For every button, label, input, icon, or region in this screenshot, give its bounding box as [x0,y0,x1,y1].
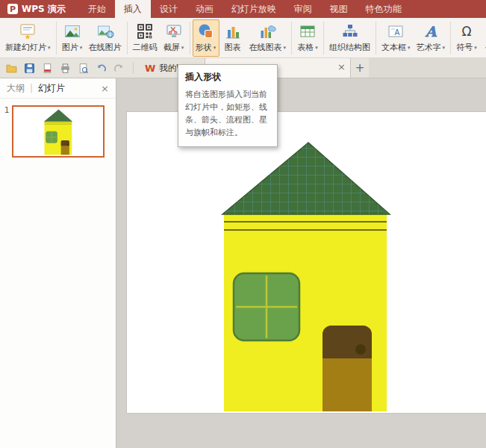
slide-panel-header: 大纲 | 幻灯片 × [0,78,116,99]
ribbon-button-label: 二维码 [133,42,158,53]
ribbon-button-formula[interactable]: π公式 [480,19,486,57]
slide-thumbnail-image [14,108,102,155]
new-slide-icon [19,22,37,40]
ribbon-separator [376,22,376,55]
slide-number: 1 [4,105,9,158]
ribbon-button-label: 图片 [62,42,78,53]
ribbon-button-wordart[interactable]: A艺术字▾ [414,19,449,57]
menu-tab[interactable]: 插入 [115,0,151,18]
shapes-icon [197,22,215,40]
quickbar-separator [133,62,134,74]
wps-w-icon: W [145,63,155,74]
orgchart-icon [341,22,359,40]
chart-icon [224,22,242,40]
qrcode-icon [136,22,154,40]
undo-icon[interactable] [96,63,107,74]
dropdown-caret-icon: ▾ [181,45,184,51]
ribbon-button-picture[interactable]: 图片▾ [59,19,86,57]
ribbon-button-orgchart[interactable]: 组织结构图 [326,19,373,57]
ribbon-separator [291,22,292,55]
menu-tab[interactable]: 开始 [79,0,115,18]
slide-thumbnail[interactable] [12,105,105,158]
dropdown-caret-icon: ▾ [284,45,287,51]
table-icon [299,22,317,40]
wps-logo-icon: P [7,4,18,14]
symbol-icon: Ω [458,22,476,40]
ribbon-button-label: 图表 [225,42,241,53]
ribbon-button-new-slide[interactable]: 新建幻灯片▾ [2,19,54,57]
new-tab-button[interactable]: + [351,58,369,78]
menu-tab[interactable]: 视图 [321,0,357,18]
online-chart-icon [258,22,276,40]
tab-strip [369,58,486,78]
menu-tab[interactable]: 动画 [187,0,222,18]
panel-close-icon[interactable]: × [101,84,109,93]
tooltip-body: 将自选图形插入到当前幻灯片中，如矩形、线条、箭头、流程图、星与旗帜和标注。 [185,88,270,139]
dropdown-caret-icon: ▾ [48,45,51,51]
ribbon-button-label: 组织结构图 [329,42,370,53]
ribbon-button-label: 截屏 [163,42,180,53]
ribbon-button-symbol[interactable]: Ω符号▾ [453,19,480,57]
ribbon-button-table[interactable]: 表格▾ [294,19,321,57]
svg-text:Ω: Ω [462,24,472,39]
dropdown-caret-icon: ▾ [443,45,446,51]
wps-logo: P WPS 演示 [0,0,73,18]
dropdown-caret-icon: ▾ [408,45,411,51]
screenshot-icon [165,22,183,40]
textbox-icon: A [387,22,405,40]
ribbon-button-label: 新建幻灯片 [5,42,46,53]
menu-tab[interactable]: 幻灯片放映 [222,0,285,18]
print-icon[interactable] [60,63,71,74]
export-icon[interactable] [42,63,53,74]
tooltip-title: 插入形状 [185,71,270,84]
ribbon-button-label: 艺术字 [417,42,441,53]
svg-text:A: A [395,28,400,37]
ribbon-button-chart[interactable]: 图表 [219,19,246,57]
editing-canvas [117,78,486,448]
open-folder-icon[interactable] [6,63,17,74]
ribbon-separator [127,22,128,55]
tab-slides[interactable]: 幻灯片 [38,82,65,95]
svg-text:A: A [424,23,437,40]
ribbon-button-label: 在线图表 [249,42,282,53]
ribbon-button-online-chart[interactable]: 在线图表▾ [246,19,290,57]
ribbon-separator [56,22,57,55]
save-icon[interactable] [24,63,35,74]
wordart-icon: A [422,22,440,40]
insert-shape-tooltip: 插入形状 将自选图形插入到当前幻灯片中，如矩形、线条、箭头、流程图、星与旗帜和标… [178,64,278,147]
tab-outline[interactable]: 大纲 [7,82,25,95]
ribbon-button-label: 表格 [297,42,314,53]
menu-tab[interactable]: 特色功能 [357,0,411,18]
ribbon-button-textbox[interactable]: A文本框▾ [378,19,414,57]
print-preview-icon[interactable] [78,63,89,74]
ribbon-toolbar: 新建幻灯片▾图片▾在线图片二维码截屏▾形状▾图表在线图表▾表格▾组织结构图A文本… [0,18,486,58]
ribbon-separator [190,22,190,55]
menu-tab-bar: 开始插入设计动画幻灯片放映审阅视图特色功能 [79,0,411,18]
picture-icon [63,22,81,40]
dropdown-caret-icon: ▾ [80,45,83,51]
house-drawing [127,112,486,413]
tab-close-icon[interactable]: × [337,62,346,72]
dropdown-caret-icon: ▾ [474,45,477,51]
redo-icon[interactable] [113,63,125,74]
ribbon-button-shapes[interactable]: 形状▾ [193,19,219,57]
ribbon-button-label: 形状 [196,42,212,53]
wps-presentation-window: P WPS 演示 开始插入设计动画幻灯片放映审阅视图特色功能 新建幻灯片▾图片▾… [0,0,486,448]
header-divider: | [30,83,33,93]
app-title: WPS 演示 [22,3,66,16]
menu-tab[interactable]: 审阅 [285,0,321,18]
slide-panel: 大纲 | 幻灯片 × 1 [0,78,116,448]
quick-icon-group [0,58,131,78]
ribbon-button-qrcode[interactable]: 二维码 [130,19,161,57]
ribbon-button-screenshot[interactable]: 截屏▾ [161,19,187,57]
menu-tab[interactable]: 设计 [151,0,187,18]
ribbon-button-online-picture[interactable]: 在线图片 [86,19,125,57]
ribbon-button-label: 文本框 [381,42,406,53]
ribbon-button-label: 在线图片 [89,42,122,53]
ribbon-separator [450,22,451,55]
slide-thumbnail-row: 1 [0,105,116,158]
dropdown-caret-icon: ▾ [315,45,318,51]
slide[interactable] [127,112,486,413]
online-picture-icon [96,22,114,40]
ribbon-button-label: 符号 [456,42,473,53]
